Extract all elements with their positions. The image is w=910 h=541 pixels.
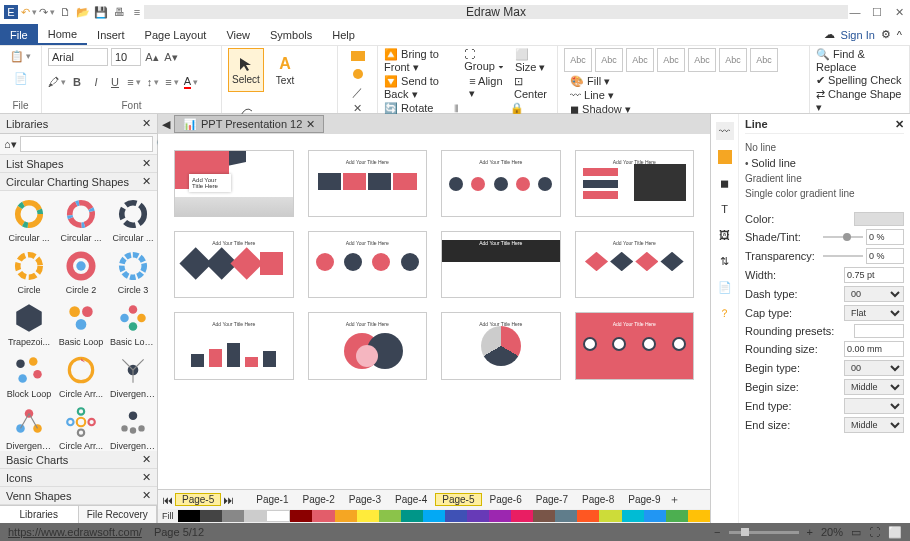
align-button[interactable]: ≡ Align ▾	[469, 75, 504, 101]
shape-item[interactable]: Basic Loop	[56, 299, 106, 349]
shape-item[interactable]: Trapezoi...	[4, 299, 54, 349]
dash-select[interactable]: 00	[844, 286, 904, 302]
shape-line-icon[interactable]: ／	[350, 84, 366, 100]
icons-section[interactable]: Icons	[6, 472, 32, 484]
page-tab[interactable]: Page-3	[343, 494, 387, 505]
status-url[interactable]: https://www.edrawsoft.com/	[8, 526, 142, 538]
home-icon[interactable]: ⌂▾	[4, 138, 17, 151]
qat-undo-icon[interactable]: ↶▾	[22, 5, 36, 19]
slide-thumb[interactable]: Add Your Title Here	[308, 150, 428, 217]
shape-item[interactable]: Circle 3	[108, 247, 157, 297]
page-tab[interactable]: Page-4	[389, 494, 433, 505]
close-icon[interactable]: ✕	[142, 175, 151, 188]
style-preset[interactable]: Abc	[688, 48, 716, 72]
shape-item[interactable]: Basic Loo...	[108, 299, 157, 349]
menu-file[interactable]: File	[0, 24, 38, 45]
canvas[interactable]: Add Your Title Here Add Your Title Here …	[158, 134, 710, 489]
esize-select[interactable]: Middle	[844, 417, 904, 433]
shape-item[interactable]: Divergent...	[108, 403, 157, 451]
shade-input[interactable]	[866, 229, 904, 245]
page-tab[interactable]: Page-2	[297, 494, 341, 505]
highlight-icon[interactable]: 🖍▾	[48, 74, 66, 90]
text-panel-icon[interactable]: T	[716, 200, 734, 218]
style-preset[interactable]: Abc	[564, 48, 592, 72]
gradient-line-option[interactable]: Gradient line	[745, 171, 904, 186]
menu-view[interactable]: View	[216, 24, 260, 45]
menu-home[interactable]: Home	[38, 24, 87, 45]
fill-button[interactable]: 🎨 Fill ▾	[570, 75, 631, 88]
font-dec-icon[interactable]: A▾	[163, 49, 179, 65]
close-icon[interactable]: ✕	[142, 117, 151, 130]
page-nav-last-icon[interactable]: ⏭	[223, 494, 234, 506]
view-full-icon[interactable]: ⬜	[888, 526, 902, 539]
font-size-input[interactable]	[111, 48, 141, 66]
cloud-icon[interactable]: ☁	[824, 28, 835, 41]
slide-thumb[interactable]: Add Your Title Here	[575, 312, 695, 379]
page-tab-current[interactable]: Page-5	[175, 493, 221, 506]
spell-button[interactable]: ✔ Spelling Check	[816, 74, 901, 87]
qat-more-icon[interactable]: ≡	[130, 5, 144, 19]
picture-panel-icon[interactable]: 🖼	[716, 226, 734, 244]
qat-open-icon[interactable]: 📂	[76, 5, 90, 19]
shadow-panel-icon[interactable]: ◼	[716, 174, 734, 192]
venn-section[interactable]: Venn Shapes	[6, 490, 71, 502]
page-nav-first-icon[interactable]: ⏮	[162, 494, 173, 506]
shape-item[interactable]: Block Loop	[4, 351, 54, 401]
close-icon[interactable]: ✕	[142, 157, 151, 170]
menu-symbols[interactable]: Symbols	[260, 24, 322, 45]
list-shapes-section[interactable]: List Shapes	[6, 158, 63, 170]
paste-icon[interactable]: 📋▾	[10, 48, 31, 64]
page-tab[interactable]: Page-8	[576, 494, 620, 505]
shade-slider[interactable]	[823, 236, 863, 238]
slide-thumb[interactable]: Add Your Title Here	[308, 312, 428, 379]
width-input[interactable]	[844, 267, 904, 283]
close-icon[interactable]: ✕	[142, 471, 151, 484]
bold-button[interactable]: B	[69, 74, 85, 90]
prev-doc-icon[interactable]: ◀	[158, 118, 174, 131]
minimize-icon[interactable]: —	[848, 5, 862, 19]
doc-tab[interactable]: 📊PPT Presentation 12✕	[174, 115, 324, 133]
page-panel-icon[interactable]: 📄	[716, 278, 734, 296]
help-panel-icon[interactable]: ？	[716, 304, 734, 322]
sign-in-link[interactable]: Sign In	[841, 29, 875, 41]
zoom-slider[interactable]	[729, 531, 799, 534]
round-preset[interactable]	[854, 324, 904, 338]
shape-item[interactable]: Circle Arr...	[56, 403, 106, 451]
zoom-out-icon[interactable]: −	[714, 526, 720, 538]
line-button[interactable]: 〰 Line ▾	[570, 89, 631, 102]
slide-thumb[interactable]: Add Your Title Here	[441, 231, 561, 298]
trans-slider[interactable]	[823, 255, 863, 257]
slide-thumb[interactable]: Add Your Title Here	[174, 150, 294, 217]
style-preset[interactable]: Abc	[750, 48, 778, 72]
collapse-ribbon-icon[interactable]: ^	[897, 29, 902, 41]
italic-button[interactable]: I	[88, 74, 104, 90]
single-gradient-option[interactable]: Single color gradient line	[745, 186, 904, 201]
size-button[interactable]: ⬜ Size ▾	[515, 48, 551, 74]
menu-page-layout[interactable]: Page Layout	[135, 24, 217, 45]
shape-rect-icon[interactable]	[350, 48, 366, 64]
bring-front-button[interactable]: 🔼 Bring to Front ▾	[384, 48, 454, 74]
page-tab[interactable]: Page-1	[250, 494, 294, 505]
close-icon[interactable]: ✕	[142, 489, 151, 502]
line-spacing-icon[interactable]: ↕▾	[145, 74, 161, 90]
qat-new-icon[interactable]: 🗋	[58, 5, 72, 19]
bullets-icon[interactable]: ≡▾	[126, 74, 142, 90]
slide-thumb[interactable]: Add Your Title Here	[174, 312, 294, 379]
color-bar[interactable]	[178, 510, 710, 522]
no-line-option[interactable]: No line	[745, 140, 904, 155]
shape-item[interactable]: Divergent...	[4, 403, 54, 451]
send-back-button[interactable]: 🔽 Send to Back ▾	[384, 75, 459, 101]
font-inc-icon[interactable]: A▴	[144, 49, 160, 65]
menu-help[interactable]: Help	[322, 24, 365, 45]
solid-line-option[interactable]: • Solid line	[745, 155, 904, 171]
qat-save-icon[interactable]: 💾	[94, 5, 108, 19]
font-name-input[interactable]	[48, 48, 108, 66]
slide-thumb[interactable]: Add Your Title Here	[441, 312, 561, 379]
font-color-icon[interactable]: A▾	[183, 74, 199, 90]
close-icon[interactable]: ✕	[892, 5, 906, 19]
style-preset[interactable]: Abc	[657, 48, 685, 72]
change-shape-button[interactable]: ⇄ Change Shape ▾	[816, 88, 903, 114]
shape-circle-icon[interactable]	[350, 66, 366, 82]
style-preset[interactable]: Abc	[626, 48, 654, 72]
center-button[interactable]: ⊡ Center	[514, 75, 551, 101]
